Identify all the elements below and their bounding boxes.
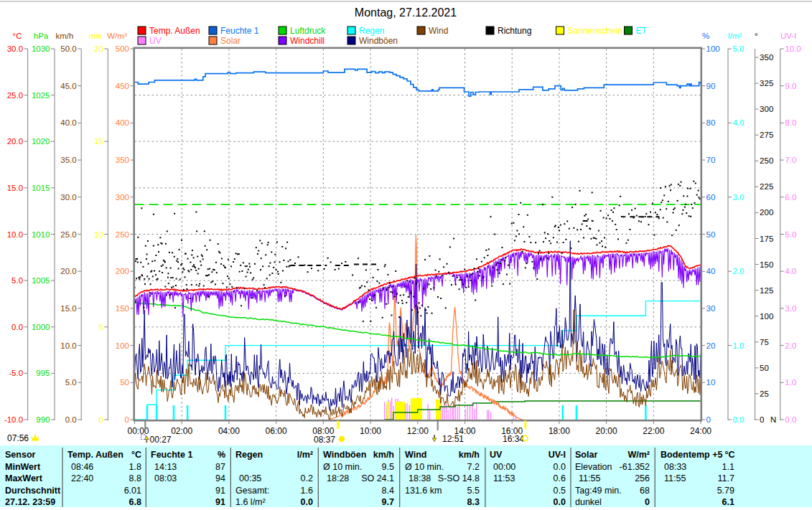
svg-text:SO 24.1: SO 24.1 xyxy=(361,473,394,483)
svg-text:100: 100 xyxy=(116,341,129,350)
svg-text:50.0: 50.0 xyxy=(60,44,76,53)
svg-text:Wind: Wind xyxy=(405,450,426,460)
svg-text:08:03: 08:03 xyxy=(154,473,177,483)
svg-text:25.0: 25.0 xyxy=(7,91,23,100)
svg-text:0: 0 xyxy=(98,415,103,424)
svg-text:8.3: 8.3 xyxy=(467,497,480,507)
svg-text:75: 75 xyxy=(760,338,769,346)
svg-text:350: 350 xyxy=(760,53,773,62)
svg-text:50: 50 xyxy=(760,364,769,372)
svg-text:11:53: 11:53 xyxy=(493,473,515,483)
svg-text:°C: °C xyxy=(13,32,22,40)
svg-text:300: 300 xyxy=(116,193,129,202)
svg-text:0.0: 0.0 xyxy=(65,415,77,424)
svg-text:0.0: 0.0 xyxy=(554,497,566,507)
svg-text:1.6: 1.6 xyxy=(301,486,313,496)
svg-text:10.0: 10.0 xyxy=(785,44,801,53)
svg-text:08:37: 08:37 xyxy=(314,435,335,445)
svg-text:175: 175 xyxy=(760,235,773,243)
svg-text:40.0: 40.0 xyxy=(60,118,76,127)
svg-text:°C: °C xyxy=(131,450,141,460)
svg-text:1.6 l/m²: 1.6 l/m² xyxy=(235,497,266,507)
svg-text:2.0: 2.0 xyxy=(733,267,745,275)
svg-text:-61.352: -61.352 xyxy=(620,462,650,472)
svg-text:°: ° xyxy=(755,32,758,40)
svg-text:1015: 1015 xyxy=(32,184,50,192)
svg-text:ET: ET xyxy=(636,26,648,36)
svg-text:2.0: 2.0 xyxy=(785,341,796,350)
svg-text:hPa: hPa xyxy=(34,32,49,40)
svg-text:1000: 1000 xyxy=(32,323,50,331)
svg-text:l/m²: l/m² xyxy=(297,450,313,460)
svg-text:8.0: 8.0 xyxy=(785,118,796,127)
svg-text:Montag, 27.12.2021: Montag, 27.12.2021 xyxy=(355,6,457,19)
svg-text:3.0: 3.0 xyxy=(733,193,745,202)
svg-text:Sensor: Sensor xyxy=(5,450,36,460)
svg-text:50: 50 xyxy=(120,378,129,387)
svg-text:30.0: 30.0 xyxy=(7,44,23,53)
svg-text:Feuchte 1: Feuchte 1 xyxy=(151,450,192,460)
svg-text:6.0: 6.0 xyxy=(785,193,796,202)
svg-text:6.1: 6.1 xyxy=(722,497,734,507)
svg-text:40: 40 xyxy=(706,267,716,275)
svg-text:1.8: 1.8 xyxy=(129,462,141,472)
svg-text:350: 350 xyxy=(116,156,129,164)
svg-text:08:33: 08:33 xyxy=(664,462,686,472)
svg-text:Windchill: Windchill xyxy=(290,36,325,46)
svg-text:Gesamt:: Gesamt: xyxy=(235,486,269,496)
svg-text:275: 275 xyxy=(760,131,773,139)
svg-text:9.5: 9.5 xyxy=(382,462,394,472)
svg-text:UV: UV xyxy=(490,450,503,460)
svg-text:10: 10 xyxy=(94,230,103,239)
svg-text:11.7: 11.7 xyxy=(718,473,734,483)
svg-text:Feuchte 1: Feuchte 1 xyxy=(220,26,259,36)
svg-text:Sonnenschein: Sonnenschein xyxy=(568,26,622,36)
svg-text:Luftdruck: Luftdruck xyxy=(290,26,326,36)
svg-text:0.0: 0.0 xyxy=(11,323,23,331)
svg-text:30.0: 30.0 xyxy=(60,193,76,202)
svg-text:7.2: 7.2 xyxy=(467,462,480,472)
svg-text:00:27: 00:27 xyxy=(150,435,172,445)
svg-text:Solar: Solar xyxy=(575,450,597,460)
svg-text:990: 990 xyxy=(36,415,50,424)
svg-text:Temp. Außen: Temp. Außen xyxy=(149,26,200,36)
svg-text:9.7: 9.7 xyxy=(382,497,394,507)
svg-text:200: 200 xyxy=(116,267,129,275)
svg-text:0.6: 0.6 xyxy=(554,473,566,483)
svg-text:22:00: 22:00 xyxy=(643,426,664,436)
svg-text:MinWert: MinWert xyxy=(5,462,41,472)
svg-text:00:00: 00:00 xyxy=(493,462,515,472)
svg-text:10.0: 10.0 xyxy=(60,341,76,350)
svg-text:UV: UV xyxy=(149,36,162,46)
svg-text:1030: 1030 xyxy=(32,44,50,53)
svg-text:80: 80 xyxy=(706,118,716,127)
svg-text:125: 125 xyxy=(760,286,773,295)
svg-text:Wind: Wind xyxy=(429,26,448,36)
svg-text:Regen: Regen xyxy=(235,450,263,460)
svg-text:9.0: 9.0 xyxy=(785,82,796,90)
svg-text:3.0: 3.0 xyxy=(785,304,796,313)
svg-text:256: 256 xyxy=(635,473,650,483)
svg-text:1.1: 1.1 xyxy=(722,462,734,472)
svg-text:0: 0 xyxy=(706,415,711,424)
svg-text:Solar: Solar xyxy=(220,36,241,46)
svg-text:94: 94 xyxy=(215,473,225,483)
svg-text:min: min xyxy=(89,32,103,40)
svg-text:1.0: 1.0 xyxy=(733,341,745,350)
svg-text:90: 90 xyxy=(706,82,716,90)
svg-text:Windböen: Windböen xyxy=(323,450,366,460)
svg-text:06:00: 06:00 xyxy=(266,426,287,436)
svg-text:1010: 1010 xyxy=(32,230,50,239)
svg-text:1005: 1005 xyxy=(32,276,50,285)
svg-text:10.0: 10.0 xyxy=(7,230,23,239)
svg-text:7.0: 7.0 xyxy=(785,156,796,164)
svg-text:30: 30 xyxy=(706,304,716,313)
svg-text:16:34: 16:34 xyxy=(503,434,524,444)
svg-text:W/m²: W/m² xyxy=(627,450,650,460)
svg-text:11:55: 11:55 xyxy=(579,473,600,483)
svg-text:08:46: 08:46 xyxy=(71,462,93,472)
svg-text:18:38: 18:38 xyxy=(409,473,431,483)
svg-text:450: 450 xyxy=(116,82,129,90)
svg-text:Richtung: Richtung xyxy=(498,26,531,36)
svg-text:0: 0 xyxy=(645,497,650,507)
